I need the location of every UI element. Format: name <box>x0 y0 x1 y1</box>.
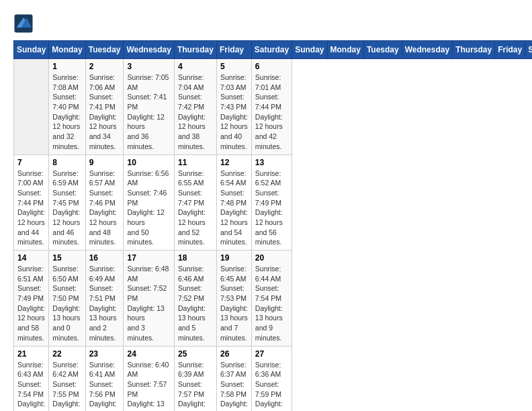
calendar-header-row: SundayMondayTuesdayWednesdayThursdayFrid… <box>14 41 533 59</box>
logo-icon <box>13 13 34 34</box>
day-info: Sunrise: 6:48 AM Sunset: 7:52 PM Dayligh… <box>127 264 170 343</box>
calendar-table: SundayMondayTuesdayWednesdayThursdayFrid… <box>13 40 532 411</box>
day-number: 21 <box>17 349 45 359</box>
calendar-cell: 15Sunrise: 6:50 AM Sunset: 7:50 PM Dayli… <box>49 250 85 347</box>
day-info: Sunrise: 6:45 AM Sunset: 7:53 PM Dayligh… <box>220 264 248 343</box>
day-number: 22 <box>52 349 81 359</box>
day-info: Sunrise: 7:00 AM Sunset: 7:44 PM Dayligh… <box>17 169 45 248</box>
day-info: Sunrise: 6:44 AM Sunset: 7:54 PM Dayligh… <box>255 264 288 343</box>
day-number: 24 <box>127 349 170 359</box>
day-number: 2 <box>89 62 120 71</box>
column-header-saturday: Saturday <box>525 41 532 59</box>
day-info: Sunrise: 6:40 AM Sunset: 7:57 PM Dayligh… <box>127 360 170 412</box>
day-info: Sunrise: 6:56 AM Sunset: 7:46 PM Dayligh… <box>127 169 170 248</box>
calendar-week-2: 7Sunrise: 7:00 AM Sunset: 7:44 PM Daylig… <box>14 154 533 250</box>
calendar-cell: 16Sunrise: 6:49 AM Sunset: 7:51 PM Dayli… <box>85 250 124 347</box>
day-info: Sunrise: 7:06 AM Sunset: 7:41 PM Dayligh… <box>89 73 120 152</box>
column-header-monday: Monday <box>49 41 85 59</box>
day-number: 7 <box>17 158 45 167</box>
calendar-cell: 13Sunrise: 6:52 AM Sunset: 7:49 PM Dayli… <box>251 154 292 250</box>
day-number: 16 <box>89 253 120 263</box>
calendar-cell: 11Sunrise: 6:55 AM Sunset: 7:47 PM Dayli… <box>174 154 216 250</box>
day-number: 19 <box>220 253 248 263</box>
day-number: 14 <box>17 253 45 263</box>
column-header-friday: Friday <box>495 41 525 59</box>
day-info: Sunrise: 6:42 AM Sunset: 7:55 PM Dayligh… <box>52 360 81 412</box>
day-info: Sunrise: 6:51 AM Sunset: 7:49 PM Dayligh… <box>17 264 45 343</box>
day-number: 5 <box>220 62 248 71</box>
day-info: Sunrise: 6:39 AM Sunset: 7:57 PM Dayligh… <box>178 360 213 412</box>
day-number: 12 <box>220 158 248 167</box>
calendar-cell: 9Sunrise: 6:57 AM Sunset: 7:46 PM Daylig… <box>85 154 124 250</box>
day-number: 6 <box>255 62 288 71</box>
day-number: 3 <box>127 62 170 71</box>
calendar-cell: 3Sunrise: 7:05 AM Sunset: 7:41 PM Daylig… <box>124 59 174 155</box>
day-number: 13 <box>255 158 288 167</box>
day-number: 11 <box>178 158 213 167</box>
calendar-cell: 17Sunrise: 6:48 AM Sunset: 7:52 PM Dayli… <box>124 250 174 347</box>
day-info: Sunrise: 7:01 AM Sunset: 7:44 PM Dayligh… <box>255 73 288 152</box>
calendar-cell: 23Sunrise: 6:41 AM Sunset: 7:56 PM Dayli… <box>85 346 124 411</box>
column-header-sunday: Sunday <box>14 41 49 59</box>
day-info: Sunrise: 6:41 AM Sunset: 7:56 PM Dayligh… <box>89 360 120 412</box>
day-number: 9 <box>89 158 120 167</box>
day-info: Sunrise: 6:46 AM Sunset: 7:52 PM Dayligh… <box>178 264 213 343</box>
calendar-week-1: 1Sunrise: 7:08 AM Sunset: 7:40 PM Daylig… <box>14 59 533 155</box>
column-header-thursday: Thursday <box>453 41 495 59</box>
day-number: 27 <box>255 349 288 359</box>
day-info: Sunrise: 6:43 AM Sunset: 7:54 PM Dayligh… <box>17 360 45 412</box>
day-number: 15 <box>52 253 81 263</box>
logo <box>13 13 36 34</box>
column-header-wednesday: Wednesday <box>124 41 174 59</box>
calendar-cell: 19Sunrise: 6:45 AM Sunset: 7:53 PM Dayli… <box>216 250 251 347</box>
day-info: Sunrise: 6:52 AM Sunset: 7:49 PM Dayligh… <box>255 169 288 248</box>
calendar-cell: 12Sunrise: 6:54 AM Sunset: 7:48 PM Dayli… <box>216 154 251 250</box>
day-info: Sunrise: 7:03 AM Sunset: 7:43 PM Dayligh… <box>220 73 248 152</box>
calendar-cell <box>14 59 49 155</box>
day-number: 4 <box>178 62 213 71</box>
calendar-cell: 10Sunrise: 6:56 AM Sunset: 7:46 PM Dayli… <box>124 154 174 250</box>
day-info: Sunrise: 7:05 AM Sunset: 7:41 PM Dayligh… <box>127 73 170 152</box>
calendar-cell: 5Sunrise: 7:03 AM Sunset: 7:43 PM Daylig… <box>216 59 251 155</box>
calendar-cell: 27Sunrise: 6:36 AM Sunset: 7:59 PM Dayli… <box>251 346 292 411</box>
column-header-monday: Monday <box>327 41 363 59</box>
day-info: Sunrise: 6:36 AM Sunset: 7:59 PM Dayligh… <box>255 360 288 412</box>
calendar-cell: 7Sunrise: 7:00 AM Sunset: 7:44 PM Daylig… <box>14 154 49 250</box>
day-number: 26 <box>220 349 248 359</box>
day-info: Sunrise: 7:08 AM Sunset: 7:40 PM Dayligh… <box>52 73 81 152</box>
calendar-week-3: 14Sunrise: 6:51 AM Sunset: 7:49 PM Dayli… <box>14 250 533 347</box>
calendar-cell: 6Sunrise: 7:01 AM Sunset: 7:44 PM Daylig… <box>251 59 292 155</box>
day-info: Sunrise: 6:54 AM Sunset: 7:48 PM Dayligh… <box>220 169 248 248</box>
calendar-cell: 24Sunrise: 6:40 AM Sunset: 7:57 PM Dayli… <box>124 346 174 411</box>
calendar-cell: 8Sunrise: 6:59 AM Sunset: 7:45 PM Daylig… <box>49 154 85 250</box>
calendar-cell: 1Sunrise: 7:08 AM Sunset: 7:40 PM Daylig… <box>49 59 85 155</box>
calendar-cell: 20Sunrise: 6:44 AM Sunset: 7:54 PM Dayli… <box>251 250 292 347</box>
day-number: 10 <box>127 158 170 167</box>
day-info: Sunrise: 6:49 AM Sunset: 7:51 PM Dayligh… <box>89 264 120 343</box>
calendar-cell: 26Sunrise: 6:37 AM Sunset: 7:58 PM Dayli… <box>216 346 251 411</box>
day-info: Sunrise: 6:55 AM Sunset: 7:47 PM Dayligh… <box>178 169 213 248</box>
day-info: Sunrise: 7:04 AM Sunset: 7:42 PM Dayligh… <box>178 73 213 152</box>
day-number: 18 <box>178 253 213 263</box>
column-header-tuesday: Tuesday <box>363 41 402 59</box>
column-header-saturday: Saturday <box>251 41 292 59</box>
day-info: Sunrise: 6:59 AM Sunset: 7:45 PM Dayligh… <box>52 169 81 248</box>
calendar-cell: 22Sunrise: 6:42 AM Sunset: 7:55 PM Dayli… <box>49 346 85 411</box>
page-header <box>13 13 519 34</box>
day-number: 23 <box>89 349 120 359</box>
column-header-wednesday: Wednesday <box>402 41 452 59</box>
day-info: Sunrise: 6:37 AM Sunset: 7:58 PM Dayligh… <box>220 360 248 412</box>
day-number: 20 <box>255 253 288 263</box>
calendar-cell: 14Sunrise: 6:51 AM Sunset: 7:49 PM Dayli… <box>14 250 49 347</box>
day-info: Sunrise: 6:57 AM Sunset: 7:46 PM Dayligh… <box>89 169 120 248</box>
day-number: 8 <box>52 158 81 167</box>
calendar-cell: 21Sunrise: 6:43 AM Sunset: 7:54 PM Dayli… <box>14 346 49 411</box>
column-header-thursday: Thursday <box>174 41 216 59</box>
calendar-week-4: 21Sunrise: 6:43 AM Sunset: 7:54 PM Dayli… <box>14 346 533 411</box>
column-header-friday: Friday <box>216 41 251 59</box>
column-header-sunday: Sunday <box>292 41 327 59</box>
calendar-cell: 25Sunrise: 6:39 AM Sunset: 7:57 PM Dayli… <box>174 346 216 411</box>
day-info: Sunrise: 6:50 AM Sunset: 7:50 PM Dayligh… <box>52 264 81 343</box>
column-header-tuesday: Tuesday <box>85 41 124 59</box>
day-number: 1 <box>52 62 81 71</box>
